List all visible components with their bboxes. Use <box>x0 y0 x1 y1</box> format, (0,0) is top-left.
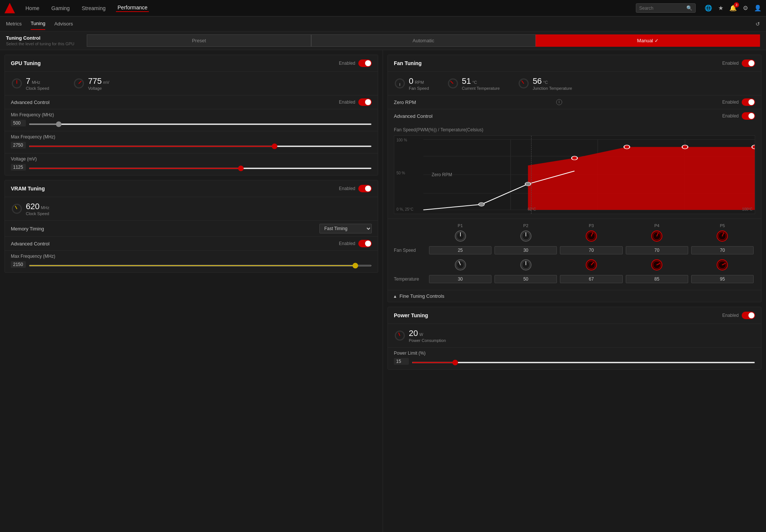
temperature-row-label: Temperature <box>394 276 428 282</box>
vram-tuning-status: Enabled <box>339 186 355 191</box>
p5-fan-value[interactable]: 70 <box>691 246 754 254</box>
top-nav: Home Gaming Streaming Performance 🔍 🌐 ★ … <box>0 0 766 16</box>
automatic-button[interactable]: Automatic <box>311 34 536 47</box>
p2-fan-knob[interactable] <box>493 229 558 244</box>
knob-icon-p2-temp <box>519 258 533 272</box>
power-limit-section: Power Limit (%) 15 <box>388 347 761 369</box>
p4-fan-knob[interactable] <box>624 229 690 244</box>
knob-icon-p1-fan <box>454 229 467 243</box>
min-freq-value: 500 <box>11 120 26 126</box>
fan-speed-value: 0 <box>409 76 413 86</box>
gpu-tuning-header: GPU Tuning Enabled <box>5 55 378 72</box>
power-unit: W <box>419 332 423 337</box>
p5-fan-knob[interactable] <box>690 229 755 244</box>
fine-tuning-bar[interactable]: ▴ Fine Tuning Controls <box>388 290 761 302</box>
voltage-gauge-icon <box>73 77 85 89</box>
fan-advanced-control-row: Advanced Control Enabled <box>388 109 761 123</box>
power-tuning-header: Power Tuning Enabled <box>388 307 761 324</box>
fan-tuning-card: Fan Tuning Enabled 0 RPM Fan Speed <box>387 55 762 302</box>
max-freq-slider[interactable] <box>29 146 372 147</box>
main-content: GPU Tuning Enabled 7 MHz Clock Spee <box>0 50 766 532</box>
vram-advanced-toggle[interactable] <box>358 240 372 247</box>
svg-point-19 <box>682 145 688 149</box>
nav-performance[interactable]: Performance <box>116 4 149 12</box>
p4-temp-value[interactable]: 85 <box>626 275 688 283</box>
vram-tuning-toggle[interactable] <box>358 185 372 192</box>
knob-icon-p1-temp <box>454 258 467 272</box>
notifications-icon[interactable]: 🔔3 <box>729 4 737 12</box>
nav-home[interactable]: Home <box>24 5 41 11</box>
gpu-tuning-status: Enabled <box>339 61 355 66</box>
tab-tuning[interactable]: Tuning <box>31 18 45 30</box>
p3-label: P3 <box>558 222 624 229</box>
manual-button[interactable]: Manual ✓ <box>536 34 760 47</box>
chart-mid-label: 50 % <box>396 171 405 175</box>
knob-icon-p5-temp <box>716 258 729 272</box>
min-freq-slider[interactable] <box>29 123 372 125</box>
tuning-subtitle: Select the level of tuning for this GPU <box>6 42 81 46</box>
refresh-icon[interactable]: ↺ <box>756 21 760 27</box>
search-input[interactable] <box>639 6 684 11</box>
svg-point-18 <box>624 145 630 149</box>
p1-fan-knob[interactable] <box>428 229 493 244</box>
chart-title: Fan Speed(PWM(%)) / Temperature(Celsius) <box>394 127 755 132</box>
p1-temp-value[interactable]: 30 <box>429 275 491 283</box>
p3-temp-value[interactable]: 67 <box>560 275 622 283</box>
zero-rpm-info-icon[interactable]: i <box>556 99 562 105</box>
p4-fan-value[interactable]: 70 <box>626 246 688 254</box>
voltage-slider[interactable] <box>29 168 372 169</box>
fan-advanced-toggle[interactable] <box>742 112 755 120</box>
right-panel: Fan Tuning Enabled 0 RPM Fan Speed <box>383 50 766 532</box>
junction-temp-label: Junction Temperature <box>533 86 572 91</box>
p3-temp-knob[interactable] <box>558 258 624 273</box>
vram-max-freq-slider[interactable] <box>29 265 372 266</box>
fan-chart-container[interactable]: 100 % 50 % 0 %, 25°C 100°C 62°C Zero RPM <box>394 135 755 214</box>
vram-tuning-card: VRAM Tuning Enabled 620 MHz Clock S <box>4 180 378 273</box>
tab-advisors[interactable]: Advisors <box>54 18 73 30</box>
gpu-clock-speed: 7 MHz Clock Speed <box>11 76 49 91</box>
gpu-metrics-row: 7 MHz Clock Speed 775 mV <box>5 72 378 95</box>
p3-fan-knob[interactable] <box>558 229 624 244</box>
globe-icon[interactable]: 🌐 <box>705 4 712 12</box>
tuning-label: Tuning Control Select the level of tunin… <box>6 35 81 46</box>
fine-tuning-label: Fine Tuning Controls <box>399 293 755 299</box>
user-icon[interactable]: 👤 <box>754 4 762 12</box>
zero-rpm-toggle[interactable] <box>742 98 755 106</box>
left-panel: GPU Tuning Enabled 7 MHz Clock Spee <box>0 50 383 532</box>
tuning-buttons: Preset Automatic Manual ✓ <box>87 34 760 47</box>
preset-button[interactable]: Preset <box>87 34 311 47</box>
p4-temp-knob[interactable] <box>624 258 690 273</box>
power-tuning-toggle[interactable] <box>742 312 755 319</box>
p5-temp-knob[interactable] <box>690 258 755 273</box>
fan-speed-gauge-icon <box>394 77 406 89</box>
power-consumption-metric: 20 W Power Consumption <box>394 328 446 343</box>
knob-icon-p5-fan <box>716 229 729 243</box>
memory-timing-select[interactable]: Fast Timing Default Slow Timing <box>319 224 372 233</box>
advanced-control-status: Enabled <box>339 100 355 105</box>
junction-temp-gauge-icon <box>518 77 530 89</box>
favorites-icon[interactable]: ★ <box>718 4 723 12</box>
p2-temp-knob[interactable] <box>493 258 558 273</box>
tab-metrics[interactable]: Metrics <box>6 18 22 30</box>
p3-fan-value[interactable]: 70 <box>560 246 622 254</box>
settings-icon[interactable]: ⚙ <box>743 4 748 12</box>
chart-y-label: 100 % <box>396 138 407 142</box>
p2-fan-value[interactable]: 30 <box>494 246 557 254</box>
p1-temp-knob[interactable] <box>428 258 493 273</box>
p1-fan-value[interactable]: 25 <box>429 246 491 254</box>
nav-gaming[interactable]: Gaming <box>50 5 71 11</box>
p2-temp-value[interactable]: 50 <box>494 275 557 283</box>
chart-bl-label: 0 %, 25°C <box>396 207 413 211</box>
gpu-tuning-toggle[interactable] <box>358 59 372 67</box>
advanced-control-row: Advanced Control Enabled <box>5 95 378 109</box>
min-freq-label: Min Frequency (MHz) <box>11 112 372 117</box>
nav-streaming[interactable]: Streaming <box>80 5 107 11</box>
fan-tuning-toggle[interactable] <box>742 59 755 67</box>
fan-metrics-row: 0 RPM Fan Speed 51 °C <box>388 72 761 95</box>
knob-icon-p3-fan <box>585 229 598 243</box>
advanced-control-toggle[interactable] <box>358 98 372 106</box>
chart-mid-x-label: 62°C <box>528 207 536 211</box>
p5-temp-value[interactable]: 95 <box>691 275 754 283</box>
max-freq-label: Max Frequency (MHz) <box>11 134 372 140</box>
power-limit-slider[interactable] <box>412 362 755 363</box>
